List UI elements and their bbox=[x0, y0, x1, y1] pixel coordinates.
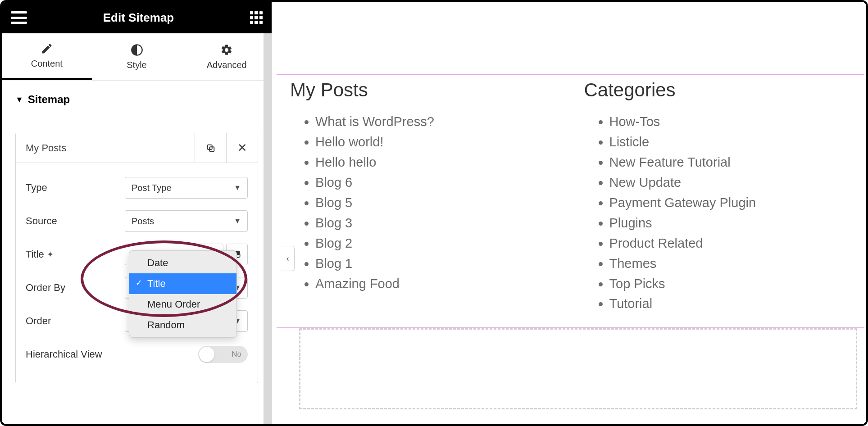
tab-style[interactable]: Style bbox=[92, 33, 182, 80]
toggle-knob bbox=[199, 347, 214, 362]
column-heading: Categories bbox=[584, 79, 851, 101]
list-item[interactable]: Hello world! bbox=[315, 132, 557, 152]
field-hierarchical: Hierarchical View No bbox=[26, 338, 248, 371]
value-source: Posts bbox=[132, 216, 154, 227]
field-type: Type Post Type ▼ bbox=[26, 171, 248, 204]
list-item[interactable]: Payment Gateway Plugin bbox=[609, 193, 851, 213]
chevron-down-icon: ▼ bbox=[234, 217, 241, 225]
toggle-label: No bbox=[232, 350, 241, 359]
list-item[interactable]: Blog 2 bbox=[315, 233, 557, 254]
dropdown-option-random[interactable]: Random bbox=[129, 315, 236, 335]
value-type: Post Type bbox=[132, 183, 172, 193]
panel-header: Edit Sitemap bbox=[2, 2, 272, 33]
list-item[interactable]: Listicle bbox=[609, 132, 851, 152]
select-type[interactable]: Post Type ▼ bbox=[125, 177, 248, 199]
tab-content-label: Content bbox=[31, 59, 63, 69]
tab-style-label: Style bbox=[127, 60, 146, 70]
dropdown-option-menu-order[interactable]: Menu Order bbox=[129, 294, 236, 315]
tab-advanced[interactable]: Advanced bbox=[182, 33, 272, 80]
remove-button[interactable]: ✕ bbox=[226, 133, 258, 163]
chevron-left-icon: ‹ bbox=[286, 254, 289, 263]
label-order: Order bbox=[26, 315, 125, 327]
label-order-by: Order By bbox=[26, 282, 125, 294]
chevron-down-icon: ▼ bbox=[234, 184, 241, 192]
list-item[interactable]: Plugins bbox=[609, 213, 851, 233]
card-header: My Posts ✕ bbox=[16, 133, 258, 163]
field-source: Source Posts ▼ bbox=[26, 204, 248, 238]
list-item[interactable]: Blog 3 bbox=[315, 213, 557, 233]
collapse-panel-button[interactable]: ‹ bbox=[281, 246, 295, 271]
card-title[interactable]: My Posts bbox=[16, 133, 195, 163]
list-item[interactable]: Themes bbox=[609, 254, 851, 274]
list-item[interactable]: Blog 6 bbox=[315, 172, 557, 193]
sitemap-column-categories: Categories How-Tos Listicle New Feature … bbox=[584, 79, 851, 314]
list-item[interactable]: What is WordPress? bbox=[315, 112, 557, 132]
tabs: Content Style Advanced bbox=[2, 33, 272, 81]
section-title-text: Sitemap bbox=[28, 93, 70, 106]
list-item[interactable]: New Feature Tutorial bbox=[609, 152, 851, 172]
list-item[interactable]: Hello hello bbox=[315, 152, 557, 172]
pencil-icon bbox=[41, 42, 53, 55]
label-type: Type bbox=[26, 182, 125, 194]
toggle-hierarchical[interactable]: No bbox=[198, 346, 248, 363]
label-source: Source bbox=[26, 215, 125, 227]
order-by-dropdown: Date Title Menu Order Random bbox=[129, 250, 237, 338]
select-source[interactable]: Posts ▼ bbox=[125, 210, 248, 232]
caret-down-icon: ▼ bbox=[15, 95, 23, 104]
gear-icon bbox=[220, 44, 233, 56]
list-item[interactable]: How-Tos bbox=[609, 112, 851, 132]
add-section-placeholder[interactable] bbox=[299, 328, 857, 409]
ai-sparkle-icon: ✦ bbox=[47, 249, 54, 259]
section-sitemap-toggle[interactable]: ▼ Sitemap bbox=[15, 93, 258, 106]
menu-icon[interactable] bbox=[11, 11, 27, 24]
list-item[interactable]: Product Related bbox=[609, 233, 851, 254]
list-item[interactable]: Blog 5 bbox=[315, 193, 557, 213]
copy-icon bbox=[206, 143, 216, 153]
column-heading: My Posts bbox=[290, 79, 557, 101]
close-icon: ✕ bbox=[237, 141, 247, 155]
categories-list: How-Tos Listicle New Feature Tutorial Ne… bbox=[584, 112, 851, 314]
tab-advanced-label: Advanced bbox=[207, 60, 247, 70]
label-title: Title ✦ bbox=[26, 249, 125, 260]
sitemap-widget[interactable]: ‹ My Posts What is WordPress? Hello worl… bbox=[277, 74, 864, 328]
list-item[interactable]: Tutorial bbox=[609, 294, 851, 314]
sitemap-column-posts: My Posts What is WordPress? Hello world!… bbox=[290, 79, 557, 314]
dropdown-option-date[interactable]: Date bbox=[129, 253, 236, 273]
list-item[interactable]: New Update bbox=[609, 172, 851, 193]
label-hierarchical: Hierarchical View bbox=[26, 349, 161, 360]
list-item[interactable]: Amazing Food bbox=[315, 274, 557, 294]
tab-content[interactable]: Content bbox=[2, 33, 92, 80]
list-item[interactable]: Blog 1 bbox=[315, 254, 557, 274]
list-item[interactable]: Top Picks bbox=[609, 274, 851, 294]
app-frame: Edit Sitemap Content Style Advanced ▼ S bbox=[0, 0, 868, 426]
posts-list: What is WordPress? Hello world! Hello he… bbox=[290, 112, 557, 294]
apps-icon[interactable] bbox=[250, 11, 263, 24]
panel-title: Edit Sitemap bbox=[103, 11, 174, 25]
editor-panel: Edit Sitemap Content Style Advanced ▼ S bbox=[2, 2, 272, 424]
duplicate-button[interactable] bbox=[195, 133, 226, 163]
dropdown-option-title[interactable]: Title bbox=[129, 273, 236, 294]
label-title-text: Title bbox=[26, 249, 44, 260]
preview-canvas: ‹ My Posts What is WordPress? Hello worl… bbox=[272, 2, 866, 424]
contrast-icon bbox=[131, 44, 143, 56]
